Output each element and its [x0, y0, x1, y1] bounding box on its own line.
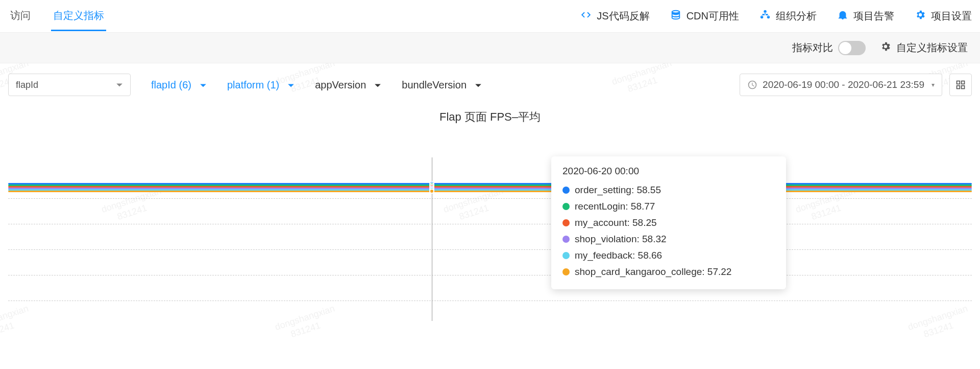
- filter-label: appVersion: [315, 79, 366, 91]
- select-value: flapId: [16, 80, 38, 90]
- nav-project-settings[interactable]: 项目设置: [915, 9, 972, 23]
- chart-area: Flap 页面 FPS–平均: [0, 109, 980, 321]
- primary-dimension-select[interactable]: flapId: [8, 74, 131, 96]
- filter-bar: flapId flapId (6) platform (1) appVersio…: [0, 63, 980, 106]
- tooltip-dot: [562, 268, 570, 275]
- svg-rect-2: [957, 86, 960, 89]
- chart-gridline: [8, 249, 972, 250]
- chart-title: Flap 页面 FPS–平均: [8, 109, 972, 125]
- filter-label: bundleVersion: [402, 79, 467, 91]
- chevron-down-icon: [116, 80, 123, 90]
- nav-item-label: CDN可用性: [687, 9, 739, 23]
- tooltip-dot: [562, 219, 570, 226]
- nav-cdn[interactable]: CDN可用性: [670, 9, 739, 23]
- settings-label: 自定义指标设置: [896, 41, 968, 55]
- filter-label: platform (1): [227, 79, 279, 91]
- filter-flapid[interactable]: flapId (6): [151, 79, 207, 91]
- toggle-compare[interactable]: [838, 41, 866, 55]
- org-icon: [760, 9, 771, 23]
- tooltip-label: shop_card_kangaroo_college: 57.22: [575, 266, 731, 278]
- nav-js-decode[interactable]: JS代码反解: [580, 9, 649, 23]
- chart-gridline: [8, 198, 972, 199]
- filter-platform[interactable]: platform (1): [227, 79, 295, 91]
- toolbar: 指标对比 自定义指标设置: [0, 33, 980, 63]
- tab-visit[interactable]: 访问: [8, 2, 33, 31]
- tooltip-label: order_setting: 58.55: [575, 184, 661, 196]
- dropdown-caret-icon: ▾: [932, 81, 935, 88]
- tooltip-label: recentLogin: 58.77: [575, 201, 655, 212]
- tooltip-row: my_feedback: 58.66: [562, 247, 775, 264]
- chevron-down-icon: [475, 79, 482, 91]
- nav-item-label: 项目告警: [853, 9, 894, 23]
- svg-rect-1: [962, 81, 965, 84]
- gear-icon: [880, 41, 891, 55]
- tooltip-row: shop_violation: 58.32: [562, 231, 775, 247]
- tooltip-dot: [562, 252, 570, 259]
- filter-bundleversion[interactable]: bundleVersion: [402, 79, 482, 91]
- tab-custom-metrics[interactable]: 自定义指标: [51, 2, 106, 31]
- chart-gridline: [8, 301, 972, 301]
- database-icon: [670, 9, 681, 23]
- tooltip-row: my_account: 58.25: [562, 215, 775, 231]
- filter-label: flapId (6): [151, 79, 191, 91]
- svg-rect-3: [962, 86, 965, 89]
- tooltip-row: shop_card_kangaroo_college: 57.22: [562, 264, 775, 280]
- tooltip-label: my_account: 58.25: [575, 217, 657, 228]
- nav-alerts[interactable]: 项目告警: [837, 9, 894, 23]
- tooltip-dot: [562, 203, 570, 210]
- filter-appversion[interactable]: appVersion: [315, 79, 381, 91]
- chevron-down-icon: [287, 79, 295, 91]
- tooltip-label: shop_violation: 58.32: [575, 234, 667, 245]
- svg-rect-0: [957, 81, 960, 84]
- nav-org-analysis[interactable]: 组织分析: [760, 9, 817, 23]
- tooltip-label: my_feedback: 58.66: [575, 250, 662, 261]
- chevron-down-icon: [374, 79, 381, 91]
- toggle-compare-label: 指标对比: [792, 41, 833, 55]
- chevron-down-icon: [200, 79, 207, 91]
- tooltip-title: 2020-06-20 00:00: [562, 166, 775, 177]
- tooltip-row: order_setting: 58.55: [562, 182, 775, 198]
- nav-item-label: 项目设置: [931, 9, 972, 23]
- layout-grid-button[interactable]: [949, 74, 972, 96]
- custom-metrics-settings-button[interactable]: 自定义指标设置: [880, 41, 968, 55]
- tooltip-dot: [562, 187, 570, 194]
- top-nav: 访问 自定义指标 JS代码反解 CDN可用性 组织分析 项目告警: [0, 0, 980, 33]
- clock-icon: [747, 80, 757, 90]
- chart-series-line: [8, 191, 972, 192]
- fps-line-chart[interactable]: [8, 137, 972, 321]
- nav-item-label: JS代码反解: [597, 9, 649, 23]
- date-range-picker[interactable]: 2020-06-19 00:00 - 2020-06-21 23:59 ▾: [740, 74, 942, 96]
- date-range-value: 2020-06-19 00:00 - 2020-06-21 23:59: [763, 79, 924, 90]
- nav-item-label: 组织分析: [776, 9, 817, 23]
- tooltip-row: recentLogin: 58.77: [562, 198, 775, 215]
- chart-gridline: [8, 224, 972, 224]
- grid-icon: [955, 80, 966, 90]
- chart-tooltip: 2020-06-20 00:00 order_setting: 58.55rec…: [551, 156, 786, 289]
- gear-icon: [915, 9, 926, 23]
- chart-gridline: [8, 275, 972, 275]
- code-icon: [580, 9, 592, 23]
- bell-icon: [837, 9, 848, 23]
- chart-cursor-dot: [429, 189, 434, 194]
- tooltip-dot: [562, 236, 570, 243]
